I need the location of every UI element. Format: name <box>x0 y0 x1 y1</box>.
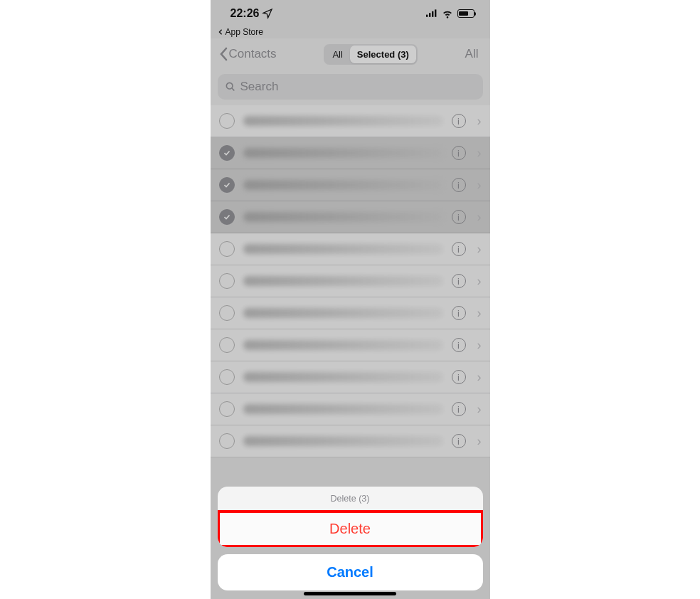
app-store-backlink[interactable]: App Store <box>211 27 490 38</box>
info-icon[interactable]: i <box>452 434 466 448</box>
info-icon[interactable]: i <box>452 274 466 288</box>
cancel-button[interactable]: Cancel <box>218 554 483 590</box>
contact-name-blurred <box>243 372 443 382</box>
chevron-right-icon: › <box>474 274 482 289</box>
info-icon[interactable]: i <box>452 402 466 416</box>
contact-row[interactable]: i› <box>211 393 490 425</box>
info-icon[interactable]: i <box>452 338 466 352</box>
home-indicator[interactable] <box>304 592 396 595</box>
svg-line-5 <box>232 88 234 90</box>
contact-row[interactable]: i› <box>211 425 490 457</box>
checkbox-checked-icon[interactable] <box>219 145 235 161</box>
checkbox-unchecked-icon[interactable] <box>219 305 235 321</box>
wifi-icon <box>442 8 453 19</box>
status-time: 22:26 <box>230 7 260 20</box>
chevron-right-icon: › <box>474 338 482 353</box>
contact-name-blurred <box>243 148 443 158</box>
contact-name-blurred <box>243 212 443 222</box>
action-sheet-card: Delete (3) Delete <box>218 487 483 547</box>
action-sheet-title: Delete (3) <box>218 487 483 511</box>
contact-row[interactable]: i› <box>211 233 490 265</box>
svg-point-4 <box>226 83 233 89</box>
chevron-right-icon: › <box>474 306 482 321</box>
contacts-list[interactable]: i›i›i›i›i›i›i›i›i›i›i› <box>211 105 490 457</box>
contact-row[interactable]: i› <box>211 105 490 137</box>
checkbox-checked-icon[interactable] <box>219 209 235 225</box>
chevron-right-icon: › <box>474 114 482 129</box>
checkbox-checked-icon[interactable] <box>219 177 235 193</box>
contact-name-blurred <box>243 180 443 190</box>
contact-name-blurred <box>243 276 443 286</box>
chevron-right-icon: › <box>474 242 482 257</box>
svg-rect-1 <box>429 13 430 17</box>
contact-name-blurred <box>243 244 443 254</box>
svg-rect-0 <box>426 15 428 17</box>
chevron-right-icon: › <box>474 434 482 449</box>
chevron-right-icon: › <box>474 178 482 193</box>
phone-frame: 22:26 App Store Contacts All Selected (3… <box>211 0 490 599</box>
screen: 22:26 App Store Contacts All Selected (3… <box>211 0 490 599</box>
delete-button[interactable]: Delete <box>218 511 483 547</box>
svg-rect-3 <box>435 9 436 16</box>
segment-all[interactable]: All <box>325 46 349 63</box>
checkbox-unchecked-icon[interactable] <box>219 401 235 417</box>
search-icon <box>225 81 236 92</box>
info-icon[interactable]: i <box>452 306 466 320</box>
chevron-right-icon: › <box>474 370 482 385</box>
checkbox-unchecked-icon[interactable] <box>219 113 235 129</box>
info-icon[interactable]: i <box>452 370 466 384</box>
checkbox-unchecked-icon[interactable] <box>219 241 235 257</box>
cellular-icon <box>426 8 438 19</box>
info-icon[interactable]: i <box>452 242 466 256</box>
battery-icon <box>457 9 474 18</box>
checkbox-unchecked-icon[interactable] <box>219 273 235 289</box>
info-icon[interactable]: i <box>452 146 466 160</box>
checkbox-unchecked-icon[interactable] <box>219 433 235 449</box>
contact-name-blurred <box>243 116 443 126</box>
location-icon <box>262 8 273 19</box>
chevron-right-icon: › <box>474 402 482 417</box>
contact-row[interactable]: i› <box>211 297 490 329</box>
back-label: Contacts <box>229 47 277 61</box>
checkbox-unchecked-icon[interactable] <box>219 369 235 385</box>
segmented-control[interactable]: All Selected (3) <box>324 44 417 65</box>
search-placeholder: Search <box>240 80 279 94</box>
chevron-left-icon <box>219 47 228 61</box>
contact-name-blurred <box>243 404 443 414</box>
segment-selected[interactable]: Selected (3) <box>350 46 416 63</box>
back-button[interactable]: Contacts <box>219 47 277 61</box>
search-input[interactable]: Search <box>218 74 483 100</box>
info-icon[interactable]: i <box>452 178 466 192</box>
info-icon[interactable]: i <box>452 210 466 224</box>
chevron-right-icon: › <box>474 146 482 161</box>
nav-bar: Contacts All Selected (3) All <box>211 38 490 70</box>
status-right <box>426 8 474 19</box>
contact-name-blurred <box>243 308 443 318</box>
svg-rect-2 <box>432 11 433 17</box>
status-bar: 22:26 <box>211 0 490 27</box>
checkbox-unchecked-icon[interactable] <box>219 337 235 353</box>
contact-row[interactable]: i› <box>211 361 490 393</box>
contact-row[interactable]: i› <box>211 169 490 201</box>
contact-row[interactable]: i› <box>211 329 490 361</box>
contact-row[interactable]: i› <box>211 201 490 233</box>
chevron-right-icon: › <box>474 210 482 225</box>
select-all-button[interactable]: All <box>465 47 482 61</box>
contact-name-blurred <box>243 436 443 446</box>
info-icon[interactable]: i <box>452 114 466 128</box>
backlink-label: App Store <box>226 27 263 37</box>
search-container: Search <box>211 70 490 105</box>
contact-row[interactable]: i› <box>211 137 490 169</box>
contact-row[interactable]: i› <box>211 265 490 297</box>
contact-name-blurred <box>243 340 443 350</box>
action-sheet: Delete (3) Delete Cancel <box>218 487 483 590</box>
